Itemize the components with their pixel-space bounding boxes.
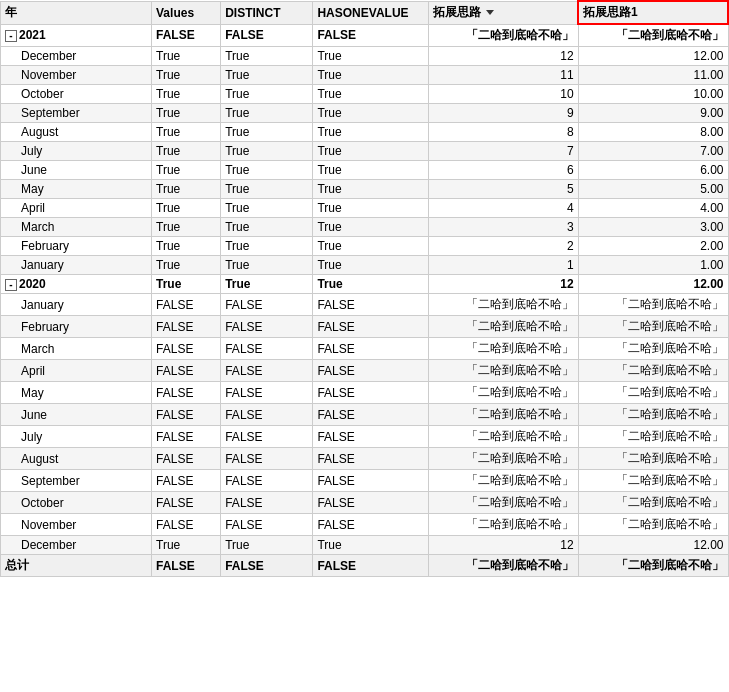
- table-row: MarchFALSEFALSEFALSE「二哈到底哈不哈」「二哈到底哈不哈」: [1, 338, 729, 360]
- table-row: JulyFALSEFALSEFALSE「二哈到底哈不哈」「二哈到底哈不哈」: [1, 426, 729, 448]
- table-row: DecemberTrueTrueTrue1212.00: [1, 47, 729, 66]
- table-row: JulyTrueTrueTrue77.00: [1, 142, 729, 161]
- table-row: FebruaryTrueTrueTrue22.00: [1, 237, 729, 256]
- table-row: AprilFALSEFALSEFALSE「二哈到底哈不哈」「二哈到底哈不哈」: [1, 360, 729, 382]
- header-expand[interactable]: 拓展思路: [428, 1, 578, 24]
- table-row: AugustTrueTrueTrue88.00: [1, 123, 729, 142]
- table-body: -2021FALSEFALSEFALSE「二哈到底哈不哈」「二哈到底哈不哈」De…: [1, 24, 729, 577]
- table-header-row: 年 Values DISTINCT HASONEVALUE 拓展思路 拓展思路1: [1, 1, 729, 24]
- table-row: SeptemberTrueTrueTrue99.00: [1, 104, 729, 123]
- table-row: MayTrueTrueTrue55.00: [1, 180, 729, 199]
- header-expand1: 拓展思路1: [578, 1, 728, 24]
- header-hasone: HASONEVALUE: [313, 1, 428, 24]
- total-row: 总计FALSEFALSEFALSE「二哈到底哈不哈」「二哈到底哈不哈」: [1, 555, 729, 577]
- table-row: NovemberFALSEFALSEFALSE「二哈到底哈不哈」「二哈到底哈不哈…: [1, 514, 729, 536]
- table-row: AugustFALSEFALSEFALSE「二哈到底哈不哈」「二哈到底哈不哈」: [1, 448, 729, 470]
- table-row: MarchTrueTrueTrue33.00: [1, 218, 729, 237]
- table-row: NovemberTrueTrueTrue1111.00: [1, 66, 729, 85]
- table-row: JuneFALSEFALSEFALSE「二哈到底哈不哈」「二哈到底哈不哈」: [1, 404, 729, 426]
- table-row: JuneTrueTrueTrue66.00: [1, 161, 729, 180]
- table-row: -2021FALSEFALSEFALSE「二哈到底哈不哈」「二哈到底哈不哈」: [1, 24, 729, 47]
- year-2020-label: 2020: [19, 277, 46, 291]
- table-row: JanuaryFALSEFALSEFALSE「二哈到底哈不哈」「二哈到底哈不哈」: [1, 294, 729, 316]
- table-row: OctoberFALSEFALSEFALSE「二哈到底哈不哈」「二哈到底哈不哈」: [1, 492, 729, 514]
- collapse-icon-2021[interactable]: -: [5, 30, 17, 42]
- expand-sort-icon: [486, 10, 494, 15]
- table-row: DecemberTrueTrueTrue1212.00: [1, 536, 729, 555]
- header-year: 年: [1, 1, 152, 24]
- main-table-container: 年 Values DISTINCT HASONEVALUE 拓展思路 拓展思路1…: [0, 0, 729, 577]
- table-row: -2020TrueTrueTrue1212.00: [1, 275, 729, 294]
- header-values: Values: [152, 1, 221, 24]
- table-row: MayFALSEFALSEFALSE「二哈到底哈不哈」「二哈到底哈不哈」: [1, 382, 729, 404]
- header-distinct: DISTINCT: [221, 1, 313, 24]
- table-row: OctoberTrueTrueTrue1010.00: [1, 85, 729, 104]
- collapse-icon-2020[interactable]: -: [5, 279, 17, 291]
- table-row: AprilTrueTrueTrue44.00: [1, 199, 729, 218]
- table-row: SeptemberFALSEFALSEFALSE「二哈到底哈不哈」「二哈到底哈不…: [1, 470, 729, 492]
- year-2021-label: 2021: [19, 28, 46, 42]
- table-row: FebruaryFALSEFALSEFALSE「二哈到底哈不哈」「二哈到底哈不哈…: [1, 316, 729, 338]
- data-table: 年 Values DISTINCT HASONEVALUE 拓展思路 拓展思路1…: [0, 0, 729, 577]
- table-row: JanuaryTrueTrueTrue11.00: [1, 256, 729, 275]
